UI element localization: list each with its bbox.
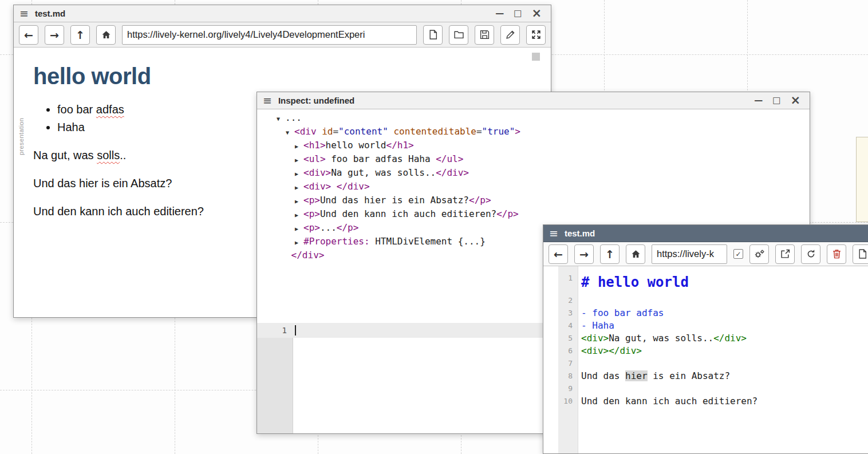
- url-input[interactable]: [122, 25, 417, 45]
- editor-lines: 1# hello world2 3- foo bar adfas4- Haha5…: [543, 266, 868, 408]
- window-title: test.md: [35, 9, 489, 18]
- titlebar[interactable]: ≡ test.md: [543, 225, 868, 242]
- expand-arrow-icon[interactable]: ▶: [295, 209, 303, 222]
- inspector-tree-line[interactable]: ▶<p>Und das hier is ein Absatz?</p>: [277, 194, 810, 208]
- expand-arrow-icon[interactable]: ▼: [277, 113, 285, 125]
- home-button[interactable]: [626, 244, 645, 264]
- token-plain: ...: [285, 112, 302, 123]
- token-mark: hier: [625, 370, 648, 381]
- token-tag: >: [515, 126, 520, 137]
- refresh-button[interactable]: [801, 244, 820, 264]
- token-prop: #Properties:: [303, 236, 370, 247]
- close-icon[interactable]: ×: [790, 94, 800, 106]
- token-tag: <div: [294, 126, 322, 137]
- code-text[interactable]: # hello world: [578, 272, 689, 294]
- token-plain: hello world: [326, 140, 386, 151]
- expand-arrow-icon[interactable]: ▶: [295, 223, 303, 235]
- token-tag: <h1>: [303, 140, 326, 151]
- presentation-mode-label: presentation: [18, 118, 25, 155]
- file-icon: [858, 249, 867, 259]
- forward-button[interactable]: →: [45, 25, 64, 45]
- expand-arrow-icon[interactable]: ▶: [295, 195, 303, 208]
- expand-arrow-icon[interactable]: ▶: [295, 140, 303, 153]
- minimize-icon[interactable]: —: [754, 96, 763, 105]
- code-text[interactable]: <div>Na gut, was solls..</div>: [578, 332, 747, 345]
- editor-line: 4- Haha: [543, 319, 868, 332]
- expand-arrow-icon[interactable]: ▶: [295, 154, 303, 167]
- code-editor[interactable]: 1# hello world2 3- foo bar adfas4- Haha5…: [543, 266, 868, 453]
- inspector-tree-line[interactable]: ▶<ul> foo bar adfas Haha </ul>: [277, 153, 810, 167]
- expand-arrow-icon[interactable]: ▶: [295, 181, 303, 194]
- inspector-tree-line[interactable]: ▼<div id="content" contenteditable="true…: [277, 125, 810, 139]
- resize-handle[interactable]: [532, 53, 540, 61]
- code-text[interactable]: [578, 382, 587, 395]
- window-title: Inspect: undefined: [278, 96, 748, 105]
- window-menu-icon[interactable]: ≡: [263, 95, 272, 106]
- code-text[interactable]: Und den kann ich auch editieren?: [578, 395, 757, 408]
- inspector-tree-line[interactable]: ▶<div> </div>: [277, 180, 810, 194]
- window-controls: — □ ×: [754, 94, 800, 106]
- back-button[interactable]: ←: [549, 244, 568, 264]
- titlebar[interactable]: ≡ Inspect: undefined — □ ×: [257, 92, 810, 109]
- misspelled-word: solls: [97, 149, 120, 161]
- forward-button[interactable]: →: [574, 244, 594, 264]
- home-button[interactable]: [96, 25, 116, 45]
- token-tag: </h1>: [386, 140, 414, 151]
- folder-icon: [454, 30, 464, 39]
- line-number: 8: [543, 370, 578, 382]
- line-number: 5: [543, 332, 578, 345]
- maximize-icon[interactable]: □: [772, 96, 780, 105]
- code-text[interactable]: <div></div>: [578, 345, 642, 357]
- editor-line: 3- foo bar adfas: [543, 307, 868, 319]
- back-button[interactable]: ←: [19, 25, 38, 45]
- token-tag: </p>: [469, 195, 491, 206]
- token-tag: <div></div>: [581, 345, 642, 356]
- up-button[interactable]: ↑: [600, 244, 620, 264]
- maximize-icon[interactable]: □: [514, 9, 522, 18]
- up-button[interactable]: ↑: [70, 25, 90, 45]
- window-menu-icon[interactable]: ≡: [19, 8, 29, 19]
- delete-button[interactable]: [827, 244, 846, 264]
- home-icon: [101, 30, 111, 40]
- expand-arrow-icon[interactable]: ▶: [295, 168, 303, 180]
- code-text[interactable]: Und das hier is ein Absatz?: [578, 370, 730, 382]
- token-plain: Na gut, was solls..: [609, 333, 713, 344]
- token-tag: <div>: [303, 167, 331, 178]
- line-number: 7: [543, 357, 578, 370]
- line-number: 6: [543, 345, 578, 357]
- inspector-tree-line[interactable]: ▶<h1>hello world</h1>: [277, 139, 810, 153]
- inspector-tree-line[interactable]: ▶<p>Und den kann ich auch editieren?</p>: [277, 208, 810, 222]
- token-attr: id: [322, 126, 333, 137]
- minimize-icon[interactable]: —: [495, 9, 504, 18]
- text-cursor: [295, 325, 296, 335]
- code-text[interactable]: [578, 357, 587, 370]
- token-tag: <div>: [581, 333, 609, 344]
- window-menu-icon[interactable]: ≡: [549, 228, 558, 239]
- inspector-tree-line[interactable]: ▼...: [277, 112, 810, 125]
- expand-arrow-icon[interactable]: ▶: [295, 236, 303, 249]
- close-icon[interactable]: ×: [531, 7, 542, 19]
- save-button[interactable]: [475, 25, 494, 45]
- code-text[interactable]: - Haha: [578, 319, 614, 332]
- code-text[interactable]: [578, 294, 587, 307]
- line-number: 4: [543, 319, 578, 332]
- trash-icon: [833, 249, 841, 259]
- token-plain: foo bar adfas Haha: [326, 153, 436, 164]
- edit-button[interactable]: [500, 25, 520, 45]
- new-file-button[interactable]: [853, 244, 868, 264]
- fullscreen-button[interactable]: [526, 25, 546, 45]
- url-input[interactable]: [652, 244, 727, 264]
- gears-icon: [753, 249, 765, 259]
- inspector-tree-line[interactable]: ▶<div>Na gut, was solls..</div>: [277, 167, 810, 180]
- new-file-button[interactable]: [423, 25, 443, 45]
- expand-arrow-icon[interactable]: ▼: [286, 127, 294, 139]
- auto-update-checkbox[interactable]: ✓: [733, 249, 743, 259]
- settings-button[interactable]: [749, 244, 769, 264]
- token-tag: </div>: [713, 333, 747, 344]
- list-item-text: foo bar: [57, 103, 96, 116]
- titlebar[interactable]: ≡ test.md — □ ×: [14, 5, 551, 22]
- open-folder-button[interactable]: [449, 25, 468, 45]
- token-attr: contenteditable: [393, 126, 476, 137]
- open-external-button[interactable]: [775, 244, 795, 264]
- code-text[interactable]: - foo bar adfas: [578, 307, 664, 319]
